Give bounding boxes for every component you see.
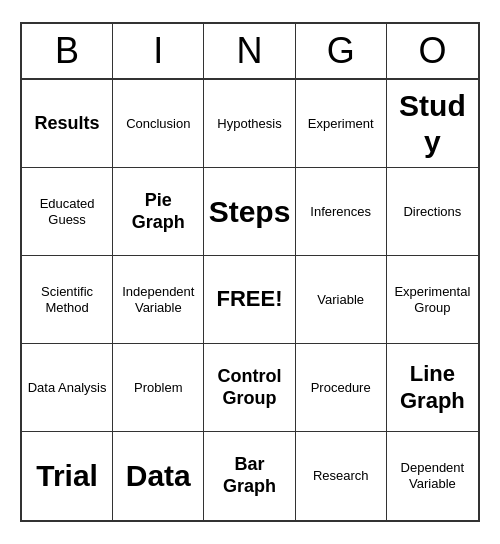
- bingo-cell: Data Analysis: [22, 344, 113, 432]
- bingo-cell: Procedure: [296, 344, 387, 432]
- cell-text: Educated Guess: [26, 196, 108, 227]
- cell-text: Control Group: [208, 366, 290, 409]
- bingo-cell: Research: [296, 432, 387, 520]
- cell-text: Experimental Group: [391, 284, 474, 315]
- bingo-cell: Experiment: [296, 80, 387, 168]
- bingo-cell: Problem: [113, 344, 204, 432]
- cell-text: Pie Graph: [117, 190, 199, 233]
- bingo-cell: Dependent Variable: [387, 432, 478, 520]
- cell-text: Study: [391, 88, 474, 160]
- bingo-cell: Inferences: [296, 168, 387, 256]
- cell-text: Steps: [209, 194, 291, 230]
- bingo-cell: Results: [22, 80, 113, 168]
- bingo-cell: Independent Variable: [113, 256, 204, 344]
- bingo-cell: Data: [113, 432, 204, 520]
- cell-text: Hypothesis: [217, 116, 281, 132]
- header-letter-N: N: [204, 24, 295, 78]
- cell-text: Bar Graph: [208, 454, 290, 497]
- cell-text: Inferences: [310, 204, 371, 220]
- bingo-cell: Trial: [22, 432, 113, 520]
- cell-text: Research: [313, 468, 369, 484]
- bingo-header: BINGO: [22, 24, 478, 80]
- cell-text: Experiment: [308, 116, 374, 132]
- header-letter-G: G: [296, 24, 387, 78]
- bingo-cell: FREE!: [204, 256, 295, 344]
- bingo-card: BINGO ResultsConclusionHypothesisExperim…: [20, 22, 480, 522]
- cell-text: Variable: [317, 292, 364, 308]
- cell-text: Results: [35, 113, 100, 135]
- bingo-cell: Bar Graph: [204, 432, 295, 520]
- bingo-cell: Scientific Method: [22, 256, 113, 344]
- cell-text: Data Analysis: [28, 380, 107, 396]
- bingo-cell: Pie Graph: [113, 168, 204, 256]
- header-letter-B: B: [22, 24, 113, 78]
- cell-text: Trial: [36, 458, 98, 494]
- cell-text: Procedure: [311, 380, 371, 396]
- bingo-cell: Hypothesis: [204, 80, 295, 168]
- bingo-grid: ResultsConclusionHypothesisExperimentStu…: [22, 80, 478, 520]
- bingo-cell: Educated Guess: [22, 168, 113, 256]
- bingo-cell: Experimental Group: [387, 256, 478, 344]
- bingo-cell: Line Graph: [387, 344, 478, 432]
- bingo-cell: Study: [387, 80, 478, 168]
- header-letter-I: I: [113, 24, 204, 78]
- bingo-cell: Steps: [204, 168, 295, 256]
- bingo-cell: Directions: [387, 168, 478, 256]
- cell-text: Data: [126, 458, 191, 494]
- bingo-cell: Control Group: [204, 344, 295, 432]
- cell-text: Line Graph: [391, 361, 474, 414]
- cell-text: Independent Variable: [117, 284, 199, 315]
- cell-text: Conclusion: [126, 116, 190, 132]
- cell-text: FREE!: [216, 286, 282, 312]
- bingo-cell: Variable: [296, 256, 387, 344]
- cell-text: Dependent Variable: [391, 460, 474, 491]
- header-letter-O: O: [387, 24, 478, 78]
- cell-text: Directions: [403, 204, 461, 220]
- cell-text: Scientific Method: [26, 284, 108, 315]
- bingo-cell: Conclusion: [113, 80, 204, 168]
- cell-text: Problem: [134, 380, 182, 396]
